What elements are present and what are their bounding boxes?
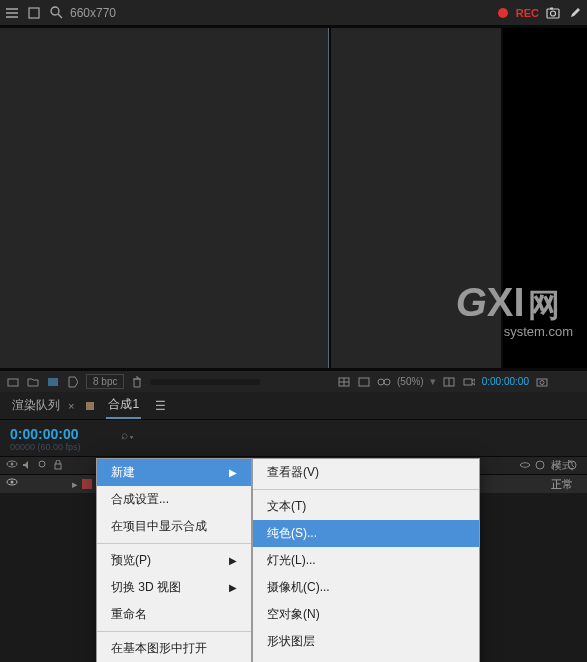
- tab-menu[interactable]: ☰: [153, 395, 168, 417]
- svg-point-3: [551, 11, 556, 16]
- svg-rect-5: [8, 379, 18, 386]
- menu-text[interactable]: 文本(T): [253, 493, 479, 520]
- svg-point-17: [39, 461, 45, 467]
- comp-indicator-icon: [86, 402, 94, 410]
- svg-rect-8: [359, 378, 369, 386]
- menu-viewer[interactable]: 查看器(V): [253, 459, 479, 486]
- svg-rect-2: [547, 9, 559, 18]
- context-menus: 新建▶ 合成设置... 在项目中显示合成 预览(P)▶ 切换 3D 视图▶ 重命…: [96, 458, 480, 662]
- camera-view-icon[interactable]: [462, 375, 476, 389]
- eye-icon[interactable]: [6, 460, 18, 472]
- record-indicator-icon: [498, 8, 508, 18]
- grid-icon[interactable]: [337, 375, 351, 389]
- menu-switch-3d-label: 切换 3D 视图: [111, 579, 181, 596]
- layout-icon[interactable]: [442, 375, 456, 389]
- zoom-level[interactable]: (50%): [397, 376, 424, 387]
- menu-new[interactable]: 新建▶: [97, 459, 251, 486]
- timeline-header: 0:00:00:00 00000 (60.00 fps): [0, 420, 587, 457]
- canvas-dimensions: 660x770: [70, 6, 116, 20]
- tab-render-queue[interactable]: 渲染队列: [10, 393, 62, 418]
- menu-new-label: 新建: [111, 464, 135, 481]
- zoom-slider[interactable]: [150, 379, 260, 385]
- timeline-switch-icons: [519, 460, 579, 472]
- mask-icon[interactable]: [357, 375, 371, 389]
- submenu-arrow-icon: ▶: [229, 467, 237, 478]
- menu-adjustment[interactable]: 调整图层(A): [253, 655, 479, 662]
- svg-point-14: [540, 380, 544, 384]
- menu-null[interactable]: 空对象(N): [253, 601, 479, 628]
- menu-preview[interactable]: 预览(P)▶: [97, 547, 251, 574]
- svg-point-21: [536, 461, 544, 469]
- switch-icon[interactable]: [567, 460, 579, 472]
- motion-blur-icon[interactable]: [535, 460, 547, 472]
- trash-icon[interactable]: [130, 375, 144, 389]
- tab-close-icon[interactable]: ×: [68, 400, 74, 412]
- svg-rect-12: [464, 379, 472, 385]
- menu-separator: [97, 543, 251, 544]
- svg-rect-18: [55, 464, 61, 469]
- menu-switch-3d[interactable]: 切换 3D 视图▶: [97, 574, 251, 601]
- timeline-tabbar: 渲染队列 × 合成1 ☰: [0, 392, 587, 420]
- solo-icon[interactable]: [38, 460, 50, 472]
- svg-point-1: [51, 7, 59, 15]
- menu-open-essential[interactable]: 在基本图形中打开: [97, 635, 251, 662]
- viewer-footer: 8 bpc (50%) ▾ 0:00:00:00: [0, 370, 587, 392]
- menu-solid[interactable]: 纯色(S)...: [253, 520, 479, 547]
- pencil-icon[interactable]: [567, 5, 583, 21]
- menu-light[interactable]: 灯光(L)...: [253, 547, 479, 574]
- snapshot-icon[interactable]: [545, 5, 561, 21]
- glasses-icon[interactable]: [377, 375, 391, 389]
- search-icon[interactable]: [48, 5, 64, 21]
- menu-preview-label: 预览(P): [111, 552, 151, 569]
- blend-mode[interactable]: 正常: [551, 477, 573, 492]
- top-toolbar: 660x770 REC: [0, 0, 587, 26]
- graph-icon[interactable]: [551, 460, 563, 472]
- menu-separator: [253, 489, 479, 490]
- svg-point-20: [11, 481, 14, 484]
- viewer-area: GXI 网 system.com: [0, 26, 587, 370]
- tab-comp1[interactable]: 合成1: [106, 392, 141, 419]
- menu-rename[interactable]: 重命名: [97, 601, 251, 628]
- menu-separator: [97, 631, 251, 632]
- shy-icon[interactable]: [519, 460, 531, 472]
- svg-rect-6: [48, 378, 58, 386]
- svg-rect-0: [29, 8, 39, 18]
- composition-viewer[interactable]: [331, 28, 587, 368]
- submenu-arrow-icon: ▶: [229, 582, 237, 593]
- frame-info: 00000 (60.00 fps): [10, 442, 81, 452]
- menu-shape[interactable]: 形状图层: [253, 628, 479, 655]
- current-time[interactable]: 0:00:00:00: [10, 426, 81, 442]
- folder-icon[interactable]: [26, 375, 40, 389]
- hamburger-icon[interactable]: [4, 5, 20, 21]
- menu-camera[interactable]: 摄像机(C)...: [253, 574, 479, 601]
- bit-depth[interactable]: 8 bpc: [86, 374, 124, 389]
- tag-icon[interactable]: [66, 375, 80, 389]
- record-label: REC: [516, 7, 539, 19]
- submenu-arrow-icon: ▶: [229, 555, 237, 566]
- bin-icon[interactable]: [6, 375, 20, 389]
- svg-point-10: [384, 379, 390, 385]
- project-panel[interactable]: [0, 28, 329, 368]
- lock-icon[interactable]: [54, 460, 66, 472]
- context-submenu-new: 查看器(V) 文本(T) 纯色(S)... 灯光(L)... 摄像机(C)...…: [252, 458, 480, 662]
- viewer-timecode[interactable]: 0:00:00:00: [482, 376, 529, 387]
- window-icon[interactable]: [26, 5, 42, 21]
- layer-color-swatch[interactable]: [82, 479, 92, 489]
- svg-rect-4: [550, 7, 553, 9]
- context-menu-main: 新建▶ 合成设置... 在项目中显示合成 预览(P)▶ 切换 3D 视图▶ 重命…: [96, 458, 252, 662]
- audio-icon[interactable]: [22, 460, 34, 472]
- snapshot-small-icon[interactable]: [535, 375, 549, 389]
- svg-point-9: [378, 379, 384, 385]
- timeline-search-input[interactable]: [121, 428, 221, 442]
- comp-icon[interactable]: [46, 375, 60, 389]
- menu-reveal-in-project[interactable]: 在项目中显示合成: [97, 513, 251, 540]
- visibility-toggle[interactable]: [6, 478, 18, 490]
- svg-point-16: [11, 462, 14, 465]
- menu-comp-settings[interactable]: 合成设置...: [97, 486, 251, 513]
